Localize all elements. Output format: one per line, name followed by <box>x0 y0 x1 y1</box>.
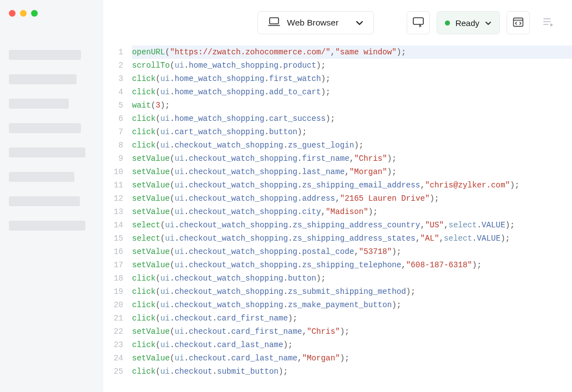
list-play-icon <box>543 17 554 29</box>
sidebar-item[interactable] <box>9 50 81 60</box>
svg-rect-0 <box>270 18 279 24</box>
monitor-cursor-icon <box>412 17 424 29</box>
code-line[interactable]: click(ui.home_watch_shopping.first_watch… <box>132 72 572 85</box>
code-line[interactable]: setValue(ui.checkout_watch_shopping.post… <box>132 245 572 258</box>
code-view-button[interactable] <box>507 11 530 34</box>
code-line[interactable]: setValue(ui.checkout.card_first_name,"Ch… <box>132 325 572 338</box>
line-number: 22 <box>103 325 123 338</box>
line-number: 12 <box>103 192 123 205</box>
step-list-button[interactable] <box>536 11 560 34</box>
svg-rect-2 <box>514 18 523 26</box>
code-line[interactable]: click(ui.home_watch_shopping.add_to_cart… <box>132 85 572 99</box>
topbar: Web Browser Ready <box>103 0 572 45</box>
code-line[interactable]: wait(3); <box>132 99 572 112</box>
line-number: 18 <box>103 272 123 285</box>
code-line[interactable]: click(ui.cart_watch_shopping.button); <box>132 125 572 139</box>
sidebar-item[interactable] <box>9 196 80 206</box>
sidebar-item[interactable] <box>9 123 81 133</box>
line-gutter: 1234567891011121314151617181920212223242… <box>103 45 129 392</box>
code-icon <box>513 17 524 29</box>
code-line[interactable]: select(ui.checkout_watch_shopping.zs_shi… <box>132 218 572 232</box>
code-line[interactable]: click(ui.checkout_watch_shopping.zs_gues… <box>132 139 572 152</box>
line-number: 15 <box>103 232 123 245</box>
code-line[interactable]: click(ui.checkout.card_first_name); <box>132 312 572 325</box>
code-line[interactable]: click(ui.checkout_watch_shopping.button)… <box>132 272 572 285</box>
chevron-down-icon <box>356 18 363 28</box>
line-number: 3 <box>103 72 123 85</box>
code-line[interactable]: setValue(ui.checkout_watch_shopping.last… <box>132 165 572 179</box>
line-number: 2 <box>103 59 123 72</box>
line-number: 10 <box>103 165 123 179</box>
target-label: Web Browser <box>287 18 338 28</box>
laptop-icon <box>268 17 280 28</box>
line-number: 13 <box>103 205 123 218</box>
line-number: 24 <box>103 352 123 365</box>
sidebar <box>0 0 103 392</box>
status-label: Ready <box>455 18 479 28</box>
sidebar-item[interactable] <box>9 221 85 231</box>
main-panel: Web Browser Ready <box>103 0 572 392</box>
code-line[interactable]: scrollTo(ui.home_watch_shopping.product)… <box>132 59 572 72</box>
line-number: 8 <box>103 139 123 152</box>
line-number: 6 <box>103 112 123 125</box>
code-line[interactable]: setValue(ui.checkout_watch_shopping.zs_s… <box>132 179 572 192</box>
line-number: 23 <box>103 338 123 352</box>
code-line[interactable]: setValue(ui.checkout_watch_shopping.addr… <box>132 192 572 205</box>
minimize-window-button[interactable] <box>20 10 27 17</box>
code-line[interactable]: setValue(ui.checkout_watch_shopping.city… <box>132 205 572 218</box>
line-number: 20 <box>103 298 123 312</box>
sidebar-item[interactable] <box>9 147 85 157</box>
code-line[interactable]: select(ui.checkout_watch_shopping.zs_shi… <box>132 232 572 245</box>
close-window-button[interactable] <box>9 10 16 17</box>
sidebar-item[interactable] <box>9 74 77 84</box>
status-dropdown[interactable]: Ready <box>437 11 500 34</box>
svg-rect-1 <box>413 18 423 24</box>
line-number: 17 <box>103 258 123 272</box>
line-number: 1 <box>103 45 123 59</box>
line-number: 25 <box>103 365 123 378</box>
code-line[interactable]: setValue(ui.checkout_watch_shopping.zs_s… <box>132 258 572 272</box>
code-line[interactable]: click(ui.checkout_watch_shopping.zs_subm… <box>132 285 572 298</box>
line-number: 14 <box>103 218 123 232</box>
sidebar-items <box>9 50 94 231</box>
code-line[interactable]: setValue(ui.checkout_watch_shopping.firs… <box>132 152 572 165</box>
code-line[interactable]: openURL("https://zwatch.zohocommerce.com… <box>132 45 572 59</box>
chevron-down-icon <box>485 18 492 28</box>
code-editor[interactable]: 1234567891011121314151617181920212223242… <box>103 45 572 392</box>
line-number: 9 <box>103 152 123 165</box>
code-line[interactable]: click(ui.checkout.submit_button); <box>132 365 572 378</box>
code-content[interactable]: openURL("https://zwatch.zohocommerce.com… <box>129 45 572 392</box>
sidebar-item[interactable] <box>9 172 74 182</box>
target-selector[interactable]: Web Browser <box>257 11 374 34</box>
maximize-window-button[interactable] <box>31 10 38 17</box>
window-controls <box>9 10 94 17</box>
line-number: 4 <box>103 85 123 99</box>
code-line[interactable]: click(ui.checkout_watch_shopping.zs_make… <box>132 298 572 312</box>
line-number: 19 <box>103 285 123 298</box>
line-number: 11 <box>103 179 123 192</box>
code-line[interactable]: setValue(ui.checkout.card_last_name,"Mor… <box>132 352 572 365</box>
code-line[interactable]: click(ui.checkout.card_last_name); <box>132 338 572 352</box>
line-number: 7 <box>103 125 123 139</box>
sidebar-item[interactable] <box>9 99 69 109</box>
code-line[interactable]: click(ui.home_watch_shopping.cart_succes… <box>132 112 572 125</box>
line-number: 5 <box>103 99 123 112</box>
line-number: 16 <box>103 245 123 258</box>
display-button[interactable] <box>407 11 430 34</box>
line-number: 21 <box>103 312 123 325</box>
status-dot-icon <box>445 21 450 26</box>
